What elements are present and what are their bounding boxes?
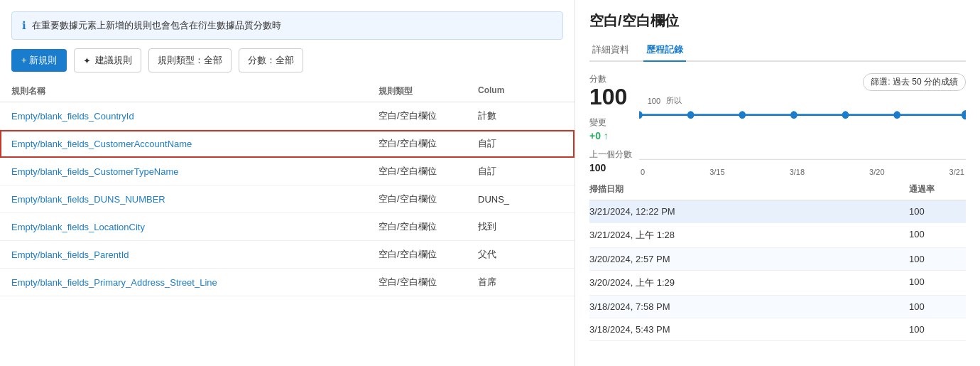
history-row[interactable]: 3/18/2024, 7:58 PM 100 xyxy=(589,296,966,318)
col-col-header: Colum xyxy=(478,85,563,97)
history-rate: 100 xyxy=(909,301,966,312)
row-name: Empty/blank_fields_CustomerTypeName xyxy=(11,166,379,177)
row-col: 自訂 xyxy=(478,137,563,150)
new-rule-button[interactable]: + 新規則 xyxy=(11,49,67,72)
info-icon: ℹ xyxy=(22,19,26,32)
history-rows: 3/21/2024, 12:22 PM 100 3/21/2024, 上午 1:… xyxy=(589,200,966,341)
row-name: Empty/blank_fields_Primary_Address_Stree… xyxy=(11,277,379,288)
toolbar: + 新規則 ✦ 建議規則 規則類型：全部 分數：全部 xyxy=(0,48,575,81)
table-row[interactable]: Empty/blank_fields_CustomerAccountName 空… xyxy=(0,130,575,158)
table-row[interactable]: Empty/blank_fields_Primary_Address_Stree… xyxy=(0,269,575,296)
history-row[interactable]: 3/18/2024, 5:43 PM 100 xyxy=(589,318,966,341)
row-type: 空白/空白欄位 xyxy=(379,220,478,233)
tabs: 詳細資料歷程記錄 xyxy=(589,39,966,62)
row-type: 空白/空白欄位 xyxy=(379,248,478,261)
col-type-header: 規則類型 xyxy=(379,85,478,97)
x-label-1: 3/15 xyxy=(709,168,724,176)
history-section: 掃描日期 通過率 3/21/2024, 12:22 PM 100 3/21/20… xyxy=(589,179,966,355)
history-date: 3/20/2024, 2:57 PM xyxy=(589,254,909,264)
history-row[interactable]: 3/21/2024, 12:22 PM 100 xyxy=(589,200,966,223)
row-col: DUNS_ xyxy=(478,194,563,205)
history-rate: 100 xyxy=(909,254,966,264)
right-panel: 空白/空白欄位 詳細資料歷程記錄 分數 100 變更 +0 ↑ 上一個分數 10… xyxy=(575,0,980,366)
suggest-rule-button[interactable]: ✦ 建議規則 xyxy=(74,48,141,72)
row-type: 空白/空白欄位 xyxy=(379,276,478,289)
row-col: 首席 xyxy=(478,276,563,289)
prev-score-value: 100 xyxy=(589,162,632,173)
history-rate: 100 xyxy=(909,206,966,217)
y-axis-top: 100 xyxy=(639,97,660,105)
svg-point-5 xyxy=(790,111,797,119)
row-type: 空白/空白欄位 xyxy=(379,193,478,205)
left-panel: ℹ 在重要數據元素上新增的規則也會包含在衍生數據品質分數時 + 新規則 ✦ 建議… xyxy=(0,0,575,366)
row-name: Empty/blank_fields_CustomerAccountName xyxy=(11,139,379,149)
chart-area: 篩選: 過去 50 分的成績 100 所以 xyxy=(639,73,966,176)
table-body: Empty/blank_fields_CountryId 空白/空白欄位 計數 … xyxy=(0,102,575,366)
x-label-3: 3/20 xyxy=(869,168,884,176)
row-col: 找到 xyxy=(478,220,563,233)
history-date-header: 掃描日期 xyxy=(589,183,909,195)
history-date: 3/18/2024, 7:58 PM xyxy=(589,301,909,312)
svg-point-4 xyxy=(739,111,746,119)
history-date: 3/20/2024, 上午 1:29 xyxy=(589,276,909,289)
suggest-label: 建議規則 xyxy=(95,54,132,67)
row-col: 父代 xyxy=(478,248,563,261)
row-name: Empty/blank_fields_DUNS_NUMBER xyxy=(11,194,379,205)
history-header: 掃描日期 通過率 xyxy=(589,179,966,200)
row-type: 空白/空白欄位 xyxy=(379,165,478,178)
table-row[interactable]: Empty/blank_fields_ParentId 空白/空白欄位 父代 xyxy=(0,241,575,269)
change-value: +0 ↑ xyxy=(589,130,632,141)
y-axis-bottom: 0 xyxy=(641,168,645,176)
x-label-4: 3/21 xyxy=(949,168,964,176)
change-label: 變更 xyxy=(589,117,632,129)
history-rate: 100 xyxy=(909,229,966,242)
score-value: 100 xyxy=(589,85,632,108)
svg-point-3 xyxy=(687,111,695,119)
chart-row: 分數 100 變更 +0 ↑ 上一個分數 100 篩選: 過去 50 分的成績 … xyxy=(589,73,966,176)
row-col: 自訂 xyxy=(478,165,563,178)
col-name-header: 規則名稱 xyxy=(11,85,379,97)
history-date: 3/21/2024, 上午 1:28 xyxy=(589,229,909,242)
svg-point-6 xyxy=(842,111,849,119)
chart-left: 分數 100 變更 +0 ↑ 上一個分數 100 xyxy=(589,73,632,173)
history-row[interactable]: 3/20/2024, 2:57 PM 100 xyxy=(589,248,966,271)
table-row[interactable]: Empty/blank_fields_CountryId 空白/空白欄位 計數 xyxy=(0,102,575,130)
table-row[interactable]: Empty/blank_fields_DUNS_NUMBER 空白/空白欄位 D… xyxy=(0,185,575,213)
score-filter-button[interactable]: 分數：全部 xyxy=(239,48,303,72)
tab-詳細資料[interactable]: 詳細資料 xyxy=(589,39,632,62)
filter-badge[interactable]: 篩選: 過去 50 分的成績 xyxy=(863,73,966,91)
row-name: Empty/blank_fields_LocationCity xyxy=(11,222,379,232)
info-text: 在重要數據元素上新增的規則也會包含在衍生數據品質分數時 xyxy=(32,19,281,32)
table-row[interactable]: Empty/blank_fields_LocationCity 空白/空白欄位 … xyxy=(0,213,575,241)
x-label-2: 3/18 xyxy=(790,168,805,176)
prev-score-label: 上一個分數 xyxy=(589,149,632,161)
panel-title: 空白/空白欄位 xyxy=(589,11,966,31)
history-rate: 100 xyxy=(909,324,966,335)
row-name: Empty/blank_fields_CountryId xyxy=(11,111,379,122)
suggest-icon: ✦ xyxy=(83,55,91,66)
history-date: 3/21/2024, 12:22 PM xyxy=(589,206,909,217)
row-type: 空白/空白欄位 xyxy=(379,109,478,122)
history-date: 3/18/2024, 5:43 PM xyxy=(589,324,909,335)
history-rate: 100 xyxy=(909,276,966,289)
svg-point-8 xyxy=(962,110,966,119)
table-row[interactable]: Empty/blank_fields_CustomerTypeName 空白/空… xyxy=(0,158,575,185)
tab-歷程記錄[interactable]: 歷程記錄 xyxy=(643,39,686,62)
type-filter-button[interactable]: 規則類型：全部 xyxy=(148,48,232,72)
history-row[interactable]: 3/20/2024, 上午 1:29 100 xyxy=(589,271,966,296)
score-chart xyxy=(639,107,966,164)
table-header: 規則名稱 規則類型 Colum xyxy=(0,81,575,102)
all-label: 所以 xyxy=(663,95,682,106)
history-rate-header: 通過率 xyxy=(909,183,966,195)
row-name: Empty/blank_fields_ParentId xyxy=(11,249,379,260)
info-bar: ℹ 在重要數據元素上新增的規則也會包含在衍生數據品質分數時 xyxy=(11,11,563,40)
history-row[interactable]: 3/21/2024, 上午 1:28 100 xyxy=(589,223,966,248)
svg-point-7 xyxy=(893,111,900,119)
row-col: 計數 xyxy=(478,109,563,122)
row-type: 空白/空白欄位 xyxy=(379,137,478,150)
svg-point-2 xyxy=(639,111,643,119)
